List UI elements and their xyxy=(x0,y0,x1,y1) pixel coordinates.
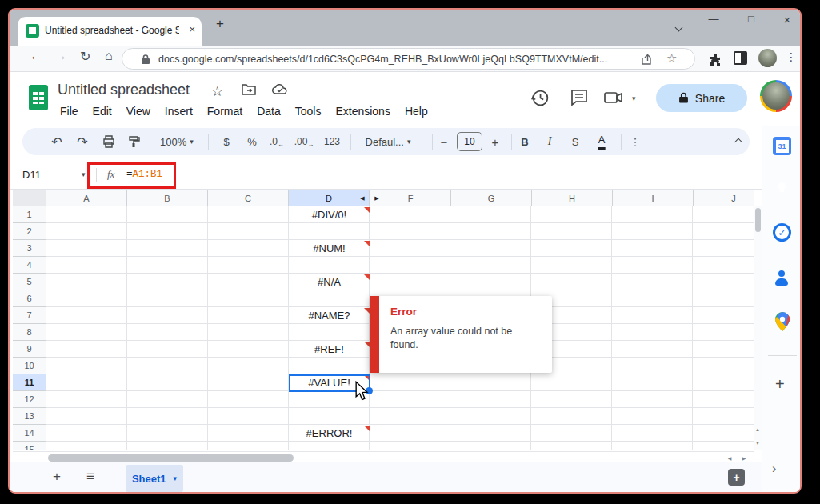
sheet-tab-sheet1[interactable]: Sheet1 ▾ xyxy=(126,465,183,492)
decrease-font-size-button[interactable]: − xyxy=(441,128,448,155)
close-button[interactable]: × xyxy=(776,13,798,26)
cell-D5[interactable]: #N/A xyxy=(289,274,370,290)
collapse-panel-icon[interactable]: › xyxy=(772,462,776,476)
row-header-5[interactable]: 5 xyxy=(13,274,46,290)
menu-view[interactable]: View xyxy=(119,103,158,122)
forward-icon[interactable]: → xyxy=(54,49,67,63)
row-header-14[interactable]: 14 xyxy=(13,425,46,442)
address-bar[interactable]: docs.google.com/spreadsheets/d/1cd6C3sQc… xyxy=(122,48,695,70)
maximize-button[interactable]: □ xyxy=(740,13,762,25)
horizontal-scrollbar-thumb[interactable] xyxy=(48,454,294,462)
browser-profile-avatar[interactable] xyxy=(758,49,777,67)
menu-help[interactable]: Help xyxy=(398,103,435,122)
decrease-decimal-icon[interactable]: .0← xyxy=(270,128,284,155)
share-page-icon[interactable] xyxy=(641,54,653,66)
font-size-input[interactable]: 10 xyxy=(457,128,482,155)
row-header-10[interactable]: 10 xyxy=(13,358,46,374)
get-add-ons-icon[interactable]: + xyxy=(775,375,785,394)
cell-D9[interactable]: #REF! xyxy=(289,341,370,358)
all-sheets-icon[interactable]: ≡ xyxy=(86,469,94,485)
reload-icon[interactable]: ↻ xyxy=(80,49,90,64)
select-all-corner[interactable] xyxy=(13,190,46,206)
menu-insert[interactable]: Insert xyxy=(158,103,200,122)
cell-D1[interactable]: #DIV/0! xyxy=(289,206,370,223)
document-title[interactable]: Untitled spreadsheet xyxy=(58,82,190,98)
increase-decimal-icon[interactable]: .00→ xyxy=(294,128,314,155)
column-header-G[interactable]: G xyxy=(451,190,532,206)
column-header-H[interactable]: H xyxy=(532,190,613,206)
menu-edit[interactable]: Edit xyxy=(86,103,119,122)
scroll-up-icon[interactable]: ▲ xyxy=(754,424,762,435)
vertical-scrollbar[interactable] xyxy=(754,206,762,450)
browser-tab[interactable]: Untitled spreadsheet - Google Sh × xyxy=(18,17,202,46)
account-avatar[interactable] xyxy=(760,80,792,112)
row-header-6[interactable]: 6 xyxy=(13,290,46,307)
meet-camera-icon[interactable] xyxy=(603,88,624,107)
row-header-15[interactable]: 15 xyxy=(13,442,46,450)
menu-extensions[interactable]: Extensions xyxy=(328,103,397,122)
add-sheet-icon[interactable]: + xyxy=(53,469,61,485)
column-header-A[interactable]: A xyxy=(46,190,127,206)
zoom-select[interactable]: 100%▾ xyxy=(160,128,194,155)
name-box-dropdown-icon[interactable]: ▾ xyxy=(82,170,86,178)
strikethrough-icon[interactable]: S xyxy=(572,128,579,155)
extensions-puzzle-icon[interactable] xyxy=(709,53,722,66)
format-percent-icon[interactable]: % xyxy=(247,128,257,155)
hidden-column-left-arrow-icon[interactable]: ◀ xyxy=(357,190,368,206)
cell-D3[interactable]: #NUM! xyxy=(289,240,370,257)
minimize-button[interactable]: — xyxy=(702,13,725,25)
row-header-4[interactable]: 4 xyxy=(13,257,46,274)
spreadsheet-grid[interactable]: ◀ ▶ Error An array value could not be fo… xyxy=(10,190,754,450)
star-document-icon[interactable]: ☆ xyxy=(211,83,223,100)
redo-icon[interactable]: ↷ xyxy=(77,128,87,155)
row-header-8[interactable]: 8 xyxy=(13,324,46,341)
row-header-11[interactable]: 11 xyxy=(13,374,46,391)
row-header-3[interactable]: 3 xyxy=(13,240,46,257)
back-icon[interactable]: ← xyxy=(30,49,42,63)
scroll-down-icon[interactable]: ▼ xyxy=(754,438,762,449)
tab-search-icon[interactable] xyxy=(667,21,690,33)
scroll-left-icon[interactable]: ◀ xyxy=(723,452,736,463)
side-panel-icon[interactable] xyxy=(734,51,747,65)
comment-icon[interactable] xyxy=(570,88,589,107)
horizontal-scrollbar[interactable]: ◀ ▶ xyxy=(13,451,754,462)
print-icon[interactable] xyxy=(102,128,115,155)
hidden-column-right-arrow-icon[interactable]: ▶ xyxy=(371,190,382,206)
collapse-toolbar-icon[interactable] xyxy=(736,128,742,155)
calendar-icon[interactable]: 31 xyxy=(773,137,791,155)
format-currency-icon[interactable]: $ xyxy=(223,128,229,155)
cell-D7[interactable]: #NAME? xyxy=(289,307,370,324)
menu-data[interactable]: Data xyxy=(250,103,288,122)
increase-font-size-button[interactable]: + xyxy=(492,128,499,155)
sheet-tab-menu-icon[interactable]: ▾ xyxy=(174,474,178,482)
row-header-13[interactable]: 13 xyxy=(13,408,46,425)
column-header-J[interactable]: J xyxy=(694,190,754,206)
row-header-1[interactable]: 1 xyxy=(13,206,46,223)
sheets-logo-icon[interactable] xyxy=(29,85,48,110)
paint-format-icon[interactable] xyxy=(128,128,141,155)
more-formats-icon[interactable]: 123 xyxy=(324,128,340,155)
italic-icon[interactable]: I xyxy=(548,128,552,155)
column-header-B[interactable]: B xyxy=(127,190,208,206)
toolbar-more-icon[interactable]: ⋮ xyxy=(630,128,641,155)
style-select[interactable]: Defaul...▾ xyxy=(366,128,411,155)
name-box[interactable]: D11 xyxy=(22,169,41,181)
cell-D14[interactable]: #ERROR! xyxy=(289,425,370,442)
move-folder-icon[interactable] xyxy=(242,83,256,95)
tasks-icon[interactable]: ✓ xyxy=(773,223,791,242)
scroll-right-icon[interactable]: ▶ xyxy=(738,452,750,463)
version-history-icon[interactable] xyxy=(530,88,550,108)
text-color-icon[interactable]: A xyxy=(598,132,606,150)
menu-tools[interactable]: Tools xyxy=(288,103,329,122)
tab-close-icon[interactable]: × xyxy=(189,23,195,35)
bookmark-star-icon[interactable]: ☆ xyxy=(666,51,677,66)
row-header-12[interactable]: 12 xyxy=(13,391,46,408)
bold-icon[interactable]: B xyxy=(521,128,528,155)
menu-file[interactable]: File xyxy=(53,103,86,122)
row-header-9[interactable]: 9 xyxy=(13,341,46,358)
browser-menu-icon[interactable]: ⋮ xyxy=(786,50,797,63)
column-header-C[interactable]: C xyxy=(208,190,289,206)
row-header-2[interactable]: 2 xyxy=(13,223,46,240)
home-icon[interactable]: ⌂ xyxy=(105,49,113,63)
undo-icon[interactable]: ↶ xyxy=(51,128,62,155)
